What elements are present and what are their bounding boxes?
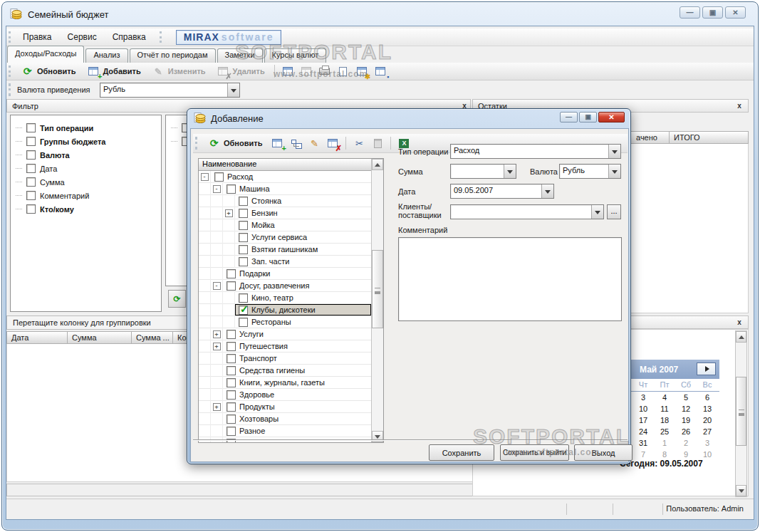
expand-icon[interactable]: +	[213, 343, 221, 350]
remains-close-icon[interactable]: x	[734, 100, 745, 110]
menu-item-service[interactable]: Сервис	[60, 30, 105, 44]
tree-item[interactable]: Досуг, развлечения	[223, 280, 371, 291]
dropdown-button[interactable]	[608, 165, 620, 178]
calendar-date[interactable]: 3	[697, 439, 718, 450]
cut-icon[interactable]: ✂	[350, 136, 368, 151]
filter-item[interactable]: Комментарий	[11, 189, 161, 202]
type-combo[interactable]: Расход	[450, 144, 621, 159]
filter-item[interactable]: Тип операции	[11, 121, 161, 135]
dropdown-button[interactable]	[504, 165, 516, 178]
tree-row[interactable]: Мойка	[199, 219, 371, 231]
tree-item[interactable]: Зап. части	[235, 256, 371, 267]
tree-scrollbar[interactable]	[371, 159, 383, 442]
refresh-button[interactable]: ⟳ Обновить	[16, 64, 80, 78]
filter-item[interactable]: Кто/кому	[11, 202, 161, 216]
edit-icon[interactable]: ✎	[306, 136, 323, 151]
menu-item-edit[interactable]: Правка	[15, 30, 60, 44]
checkbox[interactable]	[227, 330, 236, 339]
calendar-date[interactable]: 26	[675, 427, 697, 439]
collapse-icon[interactable]: -	[213, 282, 221, 290]
tree-row[interactable]: Взятки гаишникам	[199, 244, 371, 256]
calendar-date[interactable]: 17	[633, 416, 654, 427]
document-icon[interactable]	[335, 64, 352, 79]
checkbox[interactable]	[239, 209, 248, 218]
base-currency-combo[interactable]: Рубль	[100, 83, 240, 98]
tree-row[interactable]: Разное	[199, 425, 371, 437]
expand-icon[interactable]: +	[213, 330, 221, 338]
close-icon[interactable]: ✕	[598, 112, 625, 122]
tree-row[interactable]: Транспорт	[199, 353, 371, 365]
checkbox[interactable]	[26, 164, 36, 173]
checkbox[interactable]	[227, 378, 236, 387]
export-icon[interactable]: ▪	[372, 64, 389, 79]
tree-row[interactable]: -Расход	[199, 171, 371, 183]
checkbox[interactable]	[227, 402, 236, 412]
save-exit-button[interactable]: Сохранить и выйти	[500, 444, 569, 461]
calendar-date[interactable]: 6	[697, 393, 718, 405]
checkbox[interactable]	[227, 281, 236, 291]
checkbox[interactable]	[239, 306, 248, 315]
tree-row[interactable]: Хозтовары	[199, 413, 371, 425]
checkbox[interactable]	[239, 221, 248, 230]
expand-icon[interactable]: +	[225, 209, 233, 217]
add-category-icon[interactable]: +	[269, 136, 286, 151]
tree-item[interactable]: Клубы, дискотеки	[235, 304, 371, 315]
checkbox[interactable]	[227, 354, 236, 363]
scroll-thumb[interactable]	[372, 250, 383, 328]
tab-incomes-expenses[interactable]: Доходы/Расходы	[7, 46, 84, 63]
calendar-date[interactable]: 4	[654, 393, 675, 405]
calendar-date[interactable]: 25	[654, 427, 675, 439]
checkbox[interactable]	[26, 191, 36, 200]
tree-row[interactable]: Зап. части	[199, 256, 371, 268]
calendar-date[interactable]: 10	[633, 405, 654, 416]
column-header-date[interactable]: Дата	[6, 331, 68, 344]
tree-item[interactable]: Транспорт	[223, 353, 371, 364]
clients-combo[interactable]	[450, 204, 604, 219]
checkbox[interactable]	[26, 177, 36, 187]
currency-combo[interactable]: Рубль	[559, 164, 621, 179]
checkbox[interactable]	[227, 184, 236, 194]
tree-row[interactable]: Клубы, дискотеки	[199, 304, 371, 316]
dropdown-button[interactable]	[591, 205, 603, 219]
calendar-date[interactable]: 2	[675, 439, 697, 450]
tree-row[interactable]: -Досуг, развлечения	[199, 280, 371, 292]
scroll-up-icon[interactable]	[736, 331, 746, 343]
dropdown-button[interactable]	[227, 83, 239, 97]
checkbox[interactable]	[227, 427, 236, 436]
calendar-close-icon[interactable]: x	[734, 317, 745, 327]
minimize-icon[interactable]: —	[680, 6, 700, 19]
rates-icon[interactable]: ✱	[353, 64, 370, 79]
add-button[interactable]: + Добавить	[82, 64, 145, 78]
calendar-date[interactable]: 24	[633, 427, 654, 439]
filter-item[interactable]: Валюта	[11, 148, 161, 162]
checkbox[interactable]	[227, 414, 236, 424]
vertical-scrollbar[interactable]	[735, 330, 747, 497]
tree-row[interactable]: +Продукты	[199, 401, 371, 413]
tree-item[interactable]: Взятки гаишникам	[235, 244, 371, 255]
scroll-track[interactable]	[736, 343, 746, 485]
calendar-date[interactable]: 11	[654, 405, 675, 416]
checkbox[interactable]	[227, 390, 236, 400]
add-child-icon[interactable]	[287, 136, 304, 151]
checkbox[interactable]	[26, 123, 36, 132]
print-icon[interactable]	[316, 64, 333, 79]
copy-icon[interactable]	[298, 64, 315, 79]
sum-combo[interactable]	[450, 164, 516, 179]
tree-row[interactable]: Кино, театр	[199, 292, 371, 304]
checkbox[interactable]	[239, 293, 248, 303]
tree-item[interactable]: Расход	[211, 171, 371, 182]
tree-row[interactable]: Книги, журналы, газеты	[199, 377, 371, 389]
column-header-sum[interactable]: Сумма	[68, 331, 132, 344]
checkbox[interactable]	[239, 318, 248, 327]
comment-textarea[interactable]	[398, 237, 622, 321]
delete-button[interactable]: ✗ Удалить	[212, 64, 270, 78]
calendar-date[interactable]: 31	[633, 439, 654, 450]
checkbox[interactable]	[26, 204, 36, 214]
tree-item[interactable]: Хозтовары	[223, 413, 371, 424]
tree-column-header[interactable]: Наименование	[199, 159, 371, 171]
tree-row[interactable]: Подарки	[199, 268, 371, 280]
scroll-track[interactable]	[372, 170, 383, 431]
delete-icon[interactable]: ✗	[324, 136, 341, 151]
tree-item[interactable]: Путешествия	[223, 340, 371, 352]
groups-refresh-button[interactable]: ⟳	[168, 290, 186, 308]
